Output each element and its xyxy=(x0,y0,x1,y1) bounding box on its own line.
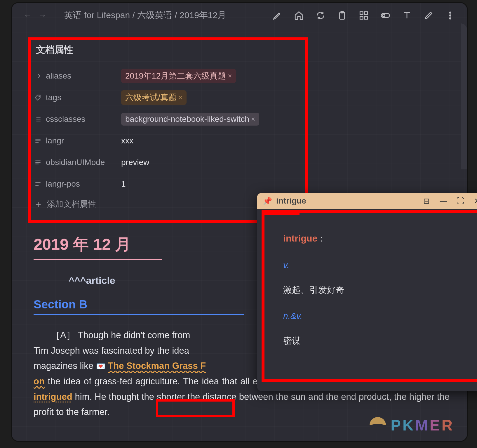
property-row-tags[interactable]: tags 六级考试/真题× xyxy=(34,87,450,108)
property-row-uimode[interactable]: obsidianUIMode preview xyxy=(34,152,450,173)
watermark: PKMER xyxy=(370,416,454,434)
highlight-box-popup xyxy=(262,210,477,382)
pill-label: 2019年12月第二套六级真题 xyxy=(125,70,226,81)
maximize-icon[interactable]: ⛶ xyxy=(456,197,465,206)
property-key: langr-pos xyxy=(42,179,121,189)
text-lines-icon xyxy=(34,159,42,166)
home-icon[interactable] xyxy=(294,10,304,21)
svg-rect-4 xyxy=(360,16,363,19)
property-key: obsidianUIMode xyxy=(42,158,121,167)
property-row-cssclasses[interactable]: cssclasses background-notebook-liked-swi… xyxy=(34,108,450,130)
property-row-langr[interactable]: langr xxx xyxy=(34,130,450,152)
pill-label: 六级考试/真题 xyxy=(125,92,177,103)
pill-remove-icon[interactable]: × xyxy=(178,93,182,102)
watermark-logo-icon xyxy=(370,417,386,433)
svg-point-11 xyxy=(39,96,40,97)
svg-point-8 xyxy=(450,12,451,13)
tag-pill[interactable]: 六级考试/真题× xyxy=(121,90,187,105)
property-key: tags xyxy=(42,93,121,102)
link-on[interactable]: on xyxy=(34,376,45,386)
grid-icon[interactable] xyxy=(358,10,369,21)
text: him. He thought the shorter the distance… xyxy=(34,392,450,417)
text: ［A］ Though he didn't come from xyxy=(51,330,190,340)
property-key: aliases xyxy=(42,71,121,81)
edit-icon[interactable] xyxy=(423,10,434,21)
alias-icon xyxy=(34,72,42,80)
cssclass-pill[interactable]: background-notebook-liked-switch× xyxy=(121,113,259,126)
app-window: ← → 英语 for Lifespan / 六级英语 / 2019年12月 文档… xyxy=(12,3,467,441)
list-icon xyxy=(34,115,42,123)
link-stockman[interactable]: The Stockman Grass F xyxy=(108,361,206,371)
svg-rect-2 xyxy=(360,12,363,15)
pill-label: background-notebook-liked-switch xyxy=(125,114,249,124)
property-key: langr xyxy=(42,136,121,145)
pill-remove-icon[interactable]: × xyxy=(228,72,232,80)
toggle-icon[interactable] xyxy=(380,10,391,21)
property-key: cssclasses xyxy=(42,114,121,124)
dictionary-popup: 📌 intrigue ⊟ — ⛶ ✕ intrigue： v. 激起、引发好奇 … xyxy=(257,193,477,391)
breadcrumb[interactable]: 英语 for Lifespan / 六级英语 / 2019年12月 xyxy=(64,9,272,21)
property-value[interactable]: xxx xyxy=(121,136,133,145)
text-lines-icon xyxy=(34,137,42,145)
pill-remove-icon[interactable]: × xyxy=(251,115,255,123)
svg-point-10 xyxy=(450,18,451,19)
toolbar: ← → 英语 for Lifespan / 六级英语 / 2019年12月 xyxy=(12,3,467,28)
add-property-label: 添加文档属性 xyxy=(47,199,96,210)
property-value[interactable]: preview xyxy=(121,158,149,167)
pin-icon[interactable]: 📌 xyxy=(263,197,272,206)
property-row-aliases[interactable]: aliases 2019年12月第二套六级真题× xyxy=(34,65,450,87)
close-icon[interactable]: ✕ xyxy=(473,197,477,206)
link-intrigued[interactable]: intrigued xyxy=(34,392,72,402)
clipboard-icon[interactable] xyxy=(337,10,347,21)
property-row-langrpos[interactable]: langr-pos 1 xyxy=(34,173,450,195)
popup-title: intrigue xyxy=(276,196,422,206)
popup-titlebar[interactable]: 📌 intrigue ⊟ — ⛶ ✕ xyxy=(257,193,477,209)
heading-1: 2019 年 12 月 xyxy=(34,234,162,260)
svg-point-7 xyxy=(382,14,385,17)
minimize-icon[interactable]: — xyxy=(439,197,448,206)
svg-rect-5 xyxy=(365,16,368,19)
sync-icon[interactable] xyxy=(315,10,326,21)
nav-back-icon[interactable]: ← xyxy=(23,11,32,20)
text-lines-icon xyxy=(34,180,42,188)
text-icon[interactable] xyxy=(402,10,412,21)
text: magazines like xyxy=(34,361,96,371)
nav-forward-icon[interactable]: → xyxy=(38,11,47,20)
properties-title: 文档属性 xyxy=(36,44,450,56)
plus-icon: ＋ xyxy=(34,198,43,211)
note-emoji-icon: 💌 xyxy=(96,362,105,371)
collapse-icon[interactable]: ⊟ xyxy=(422,197,431,206)
svg-rect-3 xyxy=(365,12,368,15)
svg-point-9 xyxy=(450,15,451,16)
text: Tim Joseph was fascinated by the idea xyxy=(34,345,189,356)
pen-icon[interactable] xyxy=(272,10,283,21)
more-icon[interactable] xyxy=(445,10,455,21)
alias-pill[interactable]: 2019年12月第二套六级真题× xyxy=(121,69,236,83)
property-value[interactable]: 1 xyxy=(121,179,126,189)
heading-2: Section B xyxy=(34,298,244,315)
tag-icon xyxy=(34,94,42,101)
